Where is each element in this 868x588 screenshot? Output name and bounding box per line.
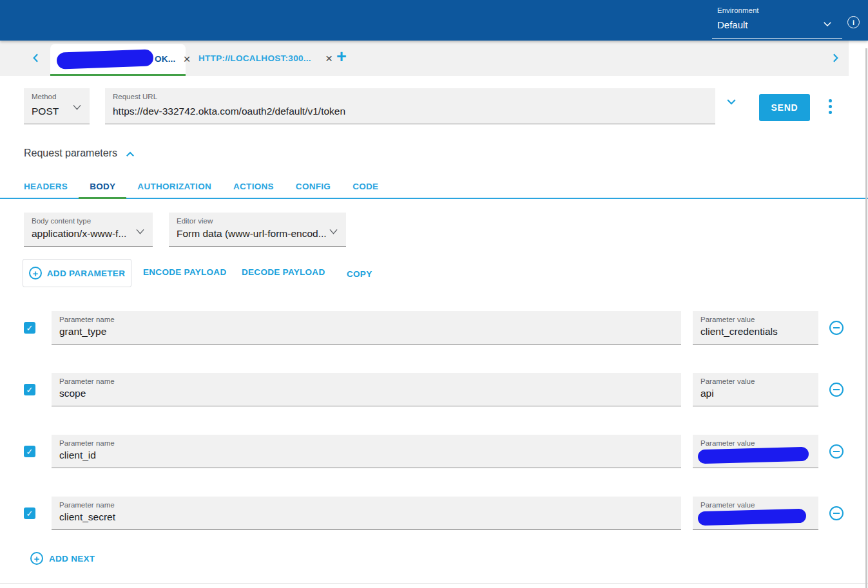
method-label: Method — [32, 93, 56, 100]
chevron-down-icon — [327, 225, 340, 238]
parameter-value-input[interactable]: Parameter value — [693, 435, 818, 468]
parameter-value-input[interactable]: Parameter value client_credentials — [693, 311, 818, 345]
decode-payload-button[interactable]: DECODE PAYLOAD — [242, 267, 325, 277]
parameter-name-label: Parameter name — [59, 377, 115, 385]
tab-config[interactable]: CONFIG — [285, 175, 342, 198]
send-button[interactable]: SEND — [759, 94, 810, 121]
scroll-tabs-left-icon[interactable] — [30, 52, 43, 64]
close-tab-icon[interactable]: × — [325, 52, 333, 64]
method-dropdown[interactable]: Method POST — [24, 88, 90, 124]
copy-button[interactable]: COPY — [347, 269, 372, 279]
parameter-name-label: Parameter name — [59, 501, 115, 509]
tab-actions[interactable]: ACTIONS — [222, 175, 285, 198]
add-next-label: ADD NEXT — [49, 554, 95, 564]
remove-parameter-icon[interactable] — [829, 321, 844, 335]
redacted-value — [698, 447, 809, 464]
parameter-checkbox[interactable]: ✓ — [24, 384, 35, 395]
collapse-section-icon[interactable] — [124, 149, 136, 160]
parameter-name-value: scope — [59, 388, 86, 399]
environment-selector[interactable]: Environment Default — [712, 3, 842, 39]
request-tab-localhost[interactable]: HTTP://LOCALHOST:300... × — [198, 41, 333, 76]
parameter-value-label: Parameter value — [700, 501, 755, 509]
parameter-name-label: Parameter name — [59, 439, 115, 447]
parameter-checkbox[interactable]: ✓ — [24, 446, 35, 457]
parameter-name-value: client_secret — [59, 511, 115, 523]
parameter-name-value: grant_type — [59, 326, 106, 337]
parameter-checkbox[interactable]: ✓ — [24, 322, 35, 334]
request-tab-strip: OK... × HTTP://LOCALHOST:300... × + — [0, 41, 849, 76]
chevron-down-icon — [71, 101, 83, 113]
parameter-name-value: client_id — [59, 450, 96, 461]
parameter-checkbox[interactable]: ✓ — [24, 507, 35, 519]
remove-parameter-icon[interactable] — [829, 506, 844, 520]
parameter-value-label: Parameter value — [700, 439, 755, 447]
bottom-divider — [0, 583, 868, 583]
parameter-row-client-id: ✓ Parameter name client_id Parameter val… — [0, 435, 868, 468]
parameter-name-input[interactable]: Parameter name client_id — [52, 435, 681, 468]
parameter-row-grant-type: ✓ Parameter name grant_type Parameter va… — [0, 311, 868, 345]
request-url-value: https://dev-332742.okta.com/oauth2/defau… — [113, 106, 345, 117]
editor-view-label: Editor view — [177, 217, 213, 225]
tab-body[interactable]: BODY — [79, 175, 126, 198]
tab-headers[interactable]: HEADERS — [13, 175, 79, 198]
close-tab-icon[interactable]: × — [184, 53, 191, 65]
parameter-tabs: HEADERS BODY AUTHORIZATION ACTIONS CONFI… — [0, 175, 868, 199]
toggle-request-panel-icon[interactable] — [725, 95, 738, 108]
body-content-type-dropdown[interactable]: Body content type application/x-www-f... — [24, 213, 153, 247]
request-url-label: Request URL — [113, 93, 157, 100]
request-parameters-title: Request parameters — [24, 147, 117, 159]
chevron-down-icon[interactable] — [822, 18, 833, 30]
parameter-name-input[interactable]: Parameter name scope — [52, 373, 681, 406]
tab-title: HTTP://LOCALHOST:300... — [198, 53, 311, 63]
parameter-row-client-secret: ✓ Parameter name client_secret Parameter… — [0, 497, 868, 530]
app-header: Environment Default i — [0, 0, 868, 41]
plus-circle-icon: + — [29, 267, 42, 280]
parameter-value-label: Parameter value — [700, 377, 755, 385]
method-value: POST — [32, 106, 59, 117]
request-url-input[interactable]: Request URL https://dev-332742.okta.com/… — [105, 88, 715, 124]
parameter-value-label: Parameter value — [700, 316, 755, 323]
tab-title: OK... — [155, 54, 176, 64]
parameter-name-input[interactable]: Parameter name grant_type — [52, 311, 681, 345]
parameter-value-input[interactable]: Parameter value api — [693, 373, 818, 406]
remove-parameter-icon[interactable] — [829, 444, 844, 459]
redacted-value — [698, 509, 807, 526]
parameter-value-value: api — [700, 388, 714, 399]
vertical-scrollbar[interactable] — [865, 48, 867, 588]
parameter-row-scope: ✓ Parameter name scope Parameter value a… — [0, 373, 868, 406]
parameter-name-input[interactable]: Parameter name client_secret — [52, 497, 681, 530]
content-type-value: application/x-www-f... — [32, 228, 126, 240]
chevron-down-icon — [134, 225, 146, 238]
plus-circle-icon: + — [30, 552, 43, 565]
environment-value: Default — [717, 19, 748, 30]
remove-parameter-icon[interactable] — [829, 383, 844, 397]
editor-view-value: Form data (www-url-form-encod... — [177, 228, 327, 240]
parameter-value-input[interactable]: Parameter value — [693, 497, 818, 530]
encode-payload-button[interactable]: ENCODE PAYLOAD — [143, 267, 226, 277]
tab-authorization[interactable]: AUTHORIZATION — [126, 175, 222, 198]
editor-view-dropdown[interactable]: Editor view Form data (www-url-form-enco… — [169, 213, 346, 247]
more-options-icon[interactable] — [829, 99, 832, 114]
scroll-tabs-right-icon[interactable] — [829, 52, 842, 64]
tab-code[interactable]: CODE — [342, 175, 389, 198]
redacted-tab-title — [57, 49, 154, 69]
info-icon[interactable]: i — [847, 16, 860, 28]
environment-label: Environment — [717, 6, 759, 14]
add-next-button[interactable]: + ADD NEXT — [30, 552, 95, 565]
add-parameter-label: ADD PARAMETER — [47, 269, 125, 278]
content-type-label: Body content type — [32, 217, 91, 225]
request-tab-active[interactable]: OK... × — [50, 44, 186, 76]
add-parameter-button[interactable]: + ADD PARAMETER — [23, 259, 131, 287]
new-tab-button[interactable]: + — [336, 48, 347, 66]
parameter-value-value: client_credentials — [700, 326, 778, 337]
parameter-name-label: Parameter name — [59, 316, 115, 323]
